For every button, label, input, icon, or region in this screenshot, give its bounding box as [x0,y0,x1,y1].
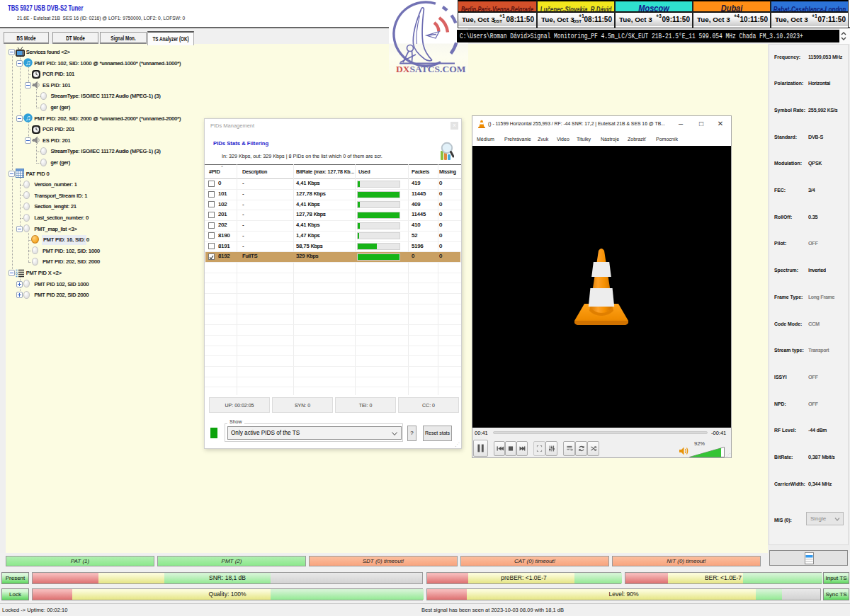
svg-text:DXSATCS.COM: DXSATCS.COM [396,64,466,74]
svg-text:♫: ♫ [26,58,31,67]
svg-text:♫: ♫ [26,113,31,122]
